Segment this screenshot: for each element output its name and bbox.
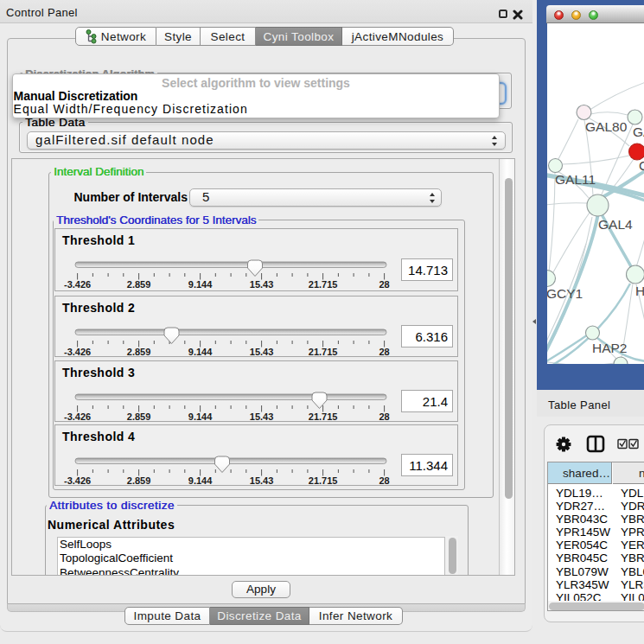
svg-text:28: 28 (379, 475, 389, 486)
svg-text:28: 28 (379, 347, 389, 357)
svg-text:9.144: 9.144 (188, 347, 213, 357)
svg-text:2.859: 2.859 (127, 411, 151, 422)
svg-text:GAL11: GAL11 (555, 172, 596, 187)
svg-text:21.715: 21.715 (309, 279, 338, 290)
svg-text:-3.426: -3.426 (64, 279, 91, 290)
svg-text:28: 28 (379, 279, 389, 290)
svg-text:-3.426: -3.426 (64, 347, 91, 357)
svg-text:GCY1: GCY1 (547, 286, 583, 301)
svg-text:9.144: 9.144 (188, 279, 213, 290)
svg-text:H: H (635, 284, 644, 298)
svg-text:21.715: 21.715 (309, 475, 338, 486)
svg-text:2.859: 2.859 (127, 347, 151, 357)
svg-text:15.43: 15.43 (250, 279, 274, 290)
svg-text:9.144: 9.144 (188, 475, 213, 486)
svg-text:-3.426: -3.426 (64, 411, 91, 422)
svg-text:GAL4: GAL4 (598, 217, 633, 232)
svg-text:GA: GA (633, 124, 644, 139)
svg-text:2.859: 2.859 (127, 279, 151, 290)
svg-text:21.715: 21.715 (309, 347, 338, 357)
svg-text:-3.426: -3.426 (64, 475, 91, 486)
svg-text:GAL80: GAL80 (585, 119, 628, 134)
svg-text:15.43: 15.43 (250, 411, 274, 422)
svg-text:HAP2: HAP2 (592, 341, 628, 355)
svg-text:2.859: 2.859 (127, 475, 151, 486)
svg-text:21.715: 21.715 (309, 411, 338, 422)
svg-text:28: 28 (379, 411, 389, 422)
svg-text:15.43: 15.43 (250, 475, 274, 486)
svg-text:15.43: 15.43 (250, 347, 274, 357)
svg-text:C: C (639, 158, 644, 173)
svg-text:9.144: 9.144 (188, 411, 213, 422)
